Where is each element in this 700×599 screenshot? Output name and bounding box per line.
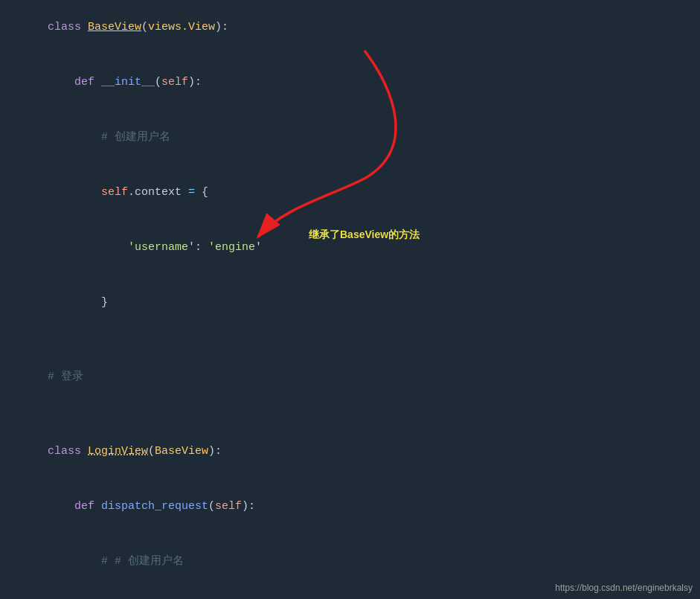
code-line-6: } [0,275,700,330]
code-line-7 [0,330,700,350]
code-line-8: # 登录 [0,350,700,405]
code-line-3: # 创建用户名 [0,110,700,165]
code-line-2: def __init__(self): [0,55,700,110]
code-line-1: class BaseView(views.View): [0,0,700,55]
code-container: class BaseView(views.View): def __init__… [0,0,700,599]
watermark: https://blog.csdn.net/enginebrkalsy [555,583,693,593]
code-line-4: self.context = { [0,165,700,220]
annotation-label: 继承了BaseView的方法 [309,228,420,242]
code-line-10: class LoginView(BaseView): [0,424,700,479]
code-line-9 [0,405,700,424]
code-line-12: # # 创建用户名 [0,534,700,589]
code-line-11: def dispatch_request(self): [0,479,700,534]
